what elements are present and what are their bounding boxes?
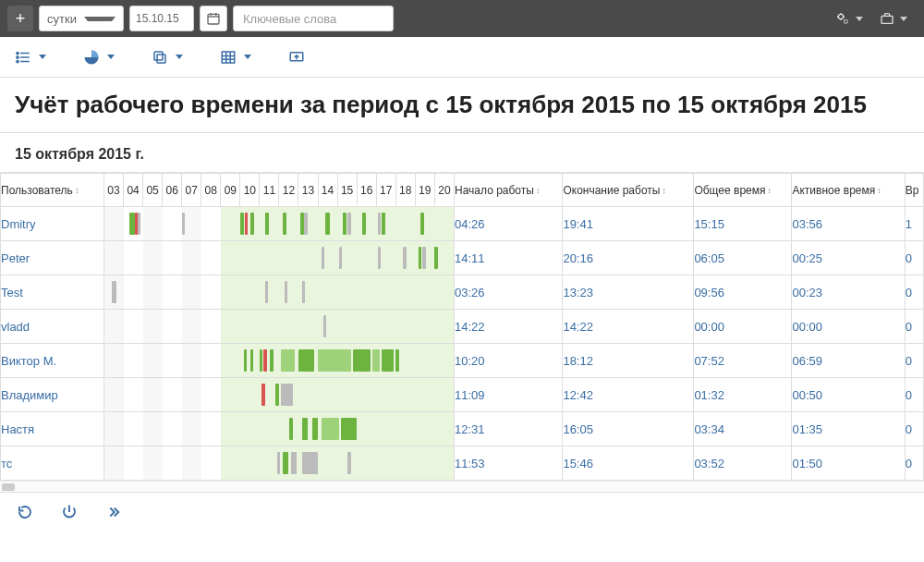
- table-row[interactable]: Peter14:1120:1606:0500:250: [1, 241, 924, 275]
- hour-col-19: 19: [415, 174, 434, 207]
- timeline-cell: [104, 275, 455, 310]
- hour-col-20: 20: [434, 174, 454, 207]
- hour-col-13: 13: [298, 174, 318, 207]
- svg-rect-0: [208, 14, 219, 24]
- activity-segment: [382, 349, 394, 372]
- user-cell[interactable]: тс: [1, 446, 104, 481]
- list-view-menu[interactable]: [15, 49, 46, 66]
- activity-segment: [341, 418, 357, 440]
- table-row[interactable]: vladd14:2214:2200:0000:000: [1, 310, 924, 344]
- keywords-input[interactable]: Ключевые слова: [233, 6, 394, 31]
- col-last[interactable]: Вр: [905, 174, 923, 207]
- export-button[interactable]: [288, 49, 305, 66]
- power-button[interactable]: [61, 504, 78, 520]
- copy-menu[interactable]: [152, 49, 183, 66]
- table-row[interactable]: Dmitry04:2619:4115:1503:561: [1, 207, 924, 241]
- user-cell[interactable]: Владимир: [1, 378, 104, 412]
- activity-segment: [304, 213, 308, 235]
- active-cell: 00:23: [792, 275, 905, 310]
- svg-point-4: [838, 14, 843, 18]
- timeline-cell: [104, 412, 455, 446]
- col-total[interactable]: Общее время↕: [694, 174, 792, 207]
- activity-segment: [339, 247, 342, 269]
- archive-menu[interactable]: [880, 11, 907, 26]
- col-user[interactable]: Пользователь↕: [1, 174, 104, 207]
- pie-chart-icon: [83, 49, 100, 66]
- user-cell[interactable]: Test: [1, 275, 104, 310]
- timeline-cell: [104, 207, 455, 241]
- svg-rect-15: [222, 52, 235, 63]
- add-button[interactable]: +: [7, 6, 33, 31]
- activity-segment: [291, 452, 297, 474]
- chevron-down-icon: [39, 55, 46, 59]
- activity-segment: [419, 247, 421, 269]
- svg-rect-13: [157, 55, 165, 63]
- chevron-down-icon: [176, 55, 183, 59]
- chart-menu[interactable]: [83, 49, 115, 66]
- start-cell: 12:31: [455, 412, 563, 446]
- user-cell[interactable]: Dmitry: [1, 207, 104, 241]
- sort-icon: ↕: [877, 186, 880, 195]
- user-cell[interactable]: Виктор М.: [1, 344, 104, 378]
- activity-segment: [302, 418, 308, 440]
- hour-col-07: 07: [182, 174, 201, 207]
- col-active[interactable]: Активное время↕: [792, 174, 905, 207]
- col-end[interactable]: Окончание работы↕: [563, 174, 694, 207]
- calendar-button[interactable]: [200, 6, 227, 31]
- horizontal-scrollbar[interactable]: [0, 481, 924, 492]
- total-cell: 03:34: [694, 412, 792, 446]
- chevron-down-icon: [107, 55, 115, 59]
- table-row[interactable]: Владимир11:0912:4201:3200:500: [1, 378, 924, 412]
- table-menu[interactable]: [220, 49, 251, 66]
- page-title: Учёт рабочего времени за период с 15 окт…: [0, 78, 924, 132]
- activity-segment: [434, 247, 438, 269]
- activity-segment: [362, 213, 366, 235]
- user-cell[interactable]: vladd: [1, 310, 104, 344]
- activity-segment: [265, 281, 268, 303]
- refresh-button[interactable]: [17, 504, 33, 520]
- hour-col-16: 16: [357, 174, 376, 207]
- date-input[interactable]: 15.10.15: [129, 6, 194, 31]
- activity-segment: [372, 349, 380, 372]
- start-cell: 11:09: [455, 378, 563, 412]
- user-cell[interactable]: Настя: [1, 412, 104, 446]
- start-cell: 10:20: [455, 344, 563, 378]
- period-select[interactable]: сутки: [39, 6, 124, 31]
- last-cell: 0: [905, 378, 923, 412]
- activity-segment: [422, 247, 425, 269]
- end-cell: 13:23: [563, 275, 694, 310]
- total-cell: 09:56: [694, 275, 792, 310]
- end-cell: 15:46: [563, 446, 694, 481]
- user-cell[interactable]: Peter: [1, 241, 104, 275]
- svg-point-10: [17, 52, 18, 54]
- table-row[interactable]: тс11:5315:4603:5201:500: [1, 446, 924, 481]
- activity-segment: [244, 349, 247, 372]
- activity-segment: [403, 247, 406, 269]
- activity-segment: [298, 349, 314, 372]
- chevron-down-icon: [900, 17, 907, 21]
- hour-col-10: 10: [240, 174, 260, 207]
- scroll-thumb[interactable]: [2, 483, 15, 491]
- sort-icon: ↕: [536, 186, 539, 195]
- activity-segment: [112, 281, 116, 303]
- last-cell: 0: [905, 412, 923, 446]
- activity-segment: [260, 349, 262, 372]
- hour-col-06: 06: [163, 174, 182, 207]
- settings-menu[interactable]: [835, 11, 863, 26]
- table-row[interactable]: Test03:2613:2309:5600:230: [1, 275, 924, 310]
- timeline-cell: [104, 310, 455, 344]
- table-row[interactable]: Виктор М.10:2018:1207:5206:590: [1, 344, 924, 378]
- end-cell: 20:16: [563, 241, 694, 275]
- table-row[interactable]: Настя12:3116:0503:3401:350: [1, 412, 924, 446]
- hour-col-15: 15: [337, 174, 357, 207]
- table-icon: [220, 49, 237, 66]
- end-cell: 18:12: [563, 344, 694, 378]
- hour-col-03: 03: [104, 174, 124, 207]
- keywords-placeholder: Ключевые слова: [234, 12, 346, 26]
- expand-button[interactable]: [105, 504, 122, 520]
- col-start[interactable]: Начало работы↕: [455, 174, 563, 207]
- start-cell: 14:22: [455, 310, 563, 344]
- gears-icon: [835, 11, 850, 26]
- activity-segment: [285, 281, 287, 303]
- last-cell: 0: [905, 446, 923, 481]
